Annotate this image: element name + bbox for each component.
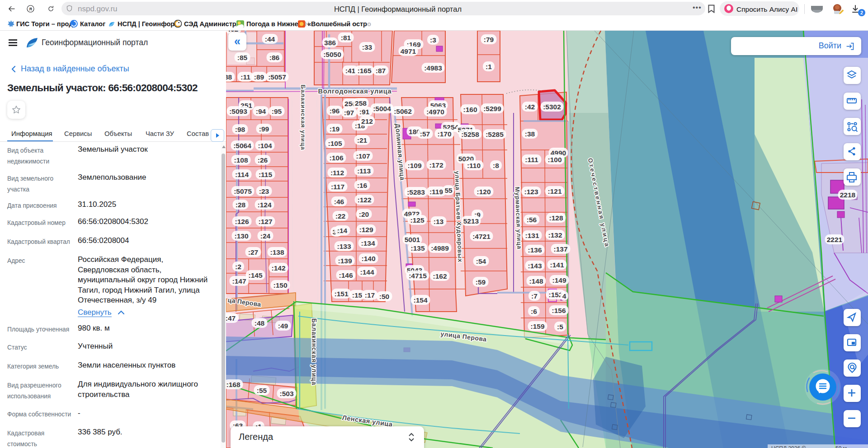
svg-text::33: :33 xyxy=(362,43,373,51)
svg-text::44: :44 xyxy=(265,35,275,43)
svg-text::96: :96 xyxy=(330,107,340,115)
svg-text::47: :47 xyxy=(226,314,236,322)
svg-text::5004: :5004 xyxy=(373,105,391,112)
svg-text::159: :159 xyxy=(530,322,544,330)
svg-text:2218: 2218 xyxy=(840,191,856,199)
svg-text::113: :113 xyxy=(357,167,371,175)
svg-text::91: :91 xyxy=(359,108,370,116)
svg-text::100: :100 xyxy=(547,156,561,163)
svg-text::134: :134 xyxy=(361,239,375,247)
svg-text::172: :172 xyxy=(429,161,443,169)
svg-text::27: :27 xyxy=(248,248,258,256)
svg-text::87: :87 xyxy=(376,67,386,75)
svg-text::20: :20 xyxy=(359,210,369,218)
svg-text::5057: :5057 xyxy=(268,73,286,81)
svg-text::5: :5 xyxy=(557,323,563,331)
svg-text::5093: :5093 xyxy=(229,107,247,115)
svg-text::28: :28 xyxy=(236,201,246,209)
svg-text::15: :15 xyxy=(352,291,363,299)
svg-text::21: :21 xyxy=(357,136,368,144)
svg-text::81: :81 xyxy=(341,34,351,42)
svg-text::13: :13 xyxy=(434,218,444,225)
svg-text::107: :107 xyxy=(356,152,370,160)
svg-text::129: :129 xyxy=(359,226,373,233)
svg-text::112: :112 xyxy=(330,169,344,177)
svg-text::89: :89 xyxy=(254,73,264,81)
svg-text::59: :59 xyxy=(476,278,486,286)
svg-text::160: :160 xyxy=(463,106,477,113)
svg-text::135: :135 xyxy=(410,244,425,252)
svg-text::5283: :5283 xyxy=(407,188,425,196)
svg-text::14: :14 xyxy=(337,227,348,234)
svg-text:212: 212 xyxy=(361,117,373,125)
svg-text::138: :138 xyxy=(270,248,284,256)
svg-text::5062: :5062 xyxy=(394,107,412,115)
svg-text::17: :17 xyxy=(365,291,375,299)
svg-text::142: :142 xyxy=(271,264,285,272)
svg-text::4983: :4983 xyxy=(424,64,442,72)
svg-text::154: :154 xyxy=(413,296,427,304)
svg-text::85: :85 xyxy=(237,54,248,61)
svg-text::144: :144 xyxy=(360,268,374,276)
svg-text::104: :104 xyxy=(258,142,272,149)
svg-text::1: :1 xyxy=(486,63,492,70)
svg-text::54: :54 xyxy=(476,257,486,265)
svg-text::139: :139 xyxy=(338,257,352,265)
svg-text::11: :11 xyxy=(241,73,250,81)
svg-text::46: :46 xyxy=(334,198,344,205)
svg-text::50: :50 xyxy=(379,293,389,300)
svg-text::16: :16 xyxy=(357,182,368,189)
svg-text::137: :137 xyxy=(553,245,567,253)
svg-text::5299: :5299 xyxy=(483,105,501,112)
svg-text::147: :147 xyxy=(232,277,246,285)
svg-text::55: :55 xyxy=(257,387,267,394)
svg-text::156: :156 xyxy=(552,307,566,314)
svg-text::126: :126 xyxy=(235,218,249,225)
svg-text:2221: 2221 xyxy=(827,236,843,243)
svg-text::19: :19 xyxy=(330,125,340,133)
svg-text::5050: :5050 xyxy=(323,51,341,58)
svg-text::123: :123 xyxy=(524,188,538,196)
svg-text::105: :105 xyxy=(328,140,342,147)
svg-text::165: :165 xyxy=(357,67,371,75)
svg-text::26: :26 xyxy=(258,156,268,164)
svg-text::170: :170 xyxy=(437,130,451,138)
svg-text::150: :150 xyxy=(273,281,287,289)
svg-text::4721: :4721 xyxy=(472,233,491,240)
svg-text:5213: 5213 xyxy=(463,217,479,225)
svg-text::125: :125 xyxy=(410,216,424,224)
svg-text::149: :149 xyxy=(552,276,566,284)
svg-text::23: :23 xyxy=(259,187,269,195)
svg-text::162: :162 xyxy=(433,272,447,280)
svg-text::503: :503 xyxy=(279,390,293,397)
svg-text::145: :145 xyxy=(248,271,262,279)
svg-text::86: :86 xyxy=(269,54,280,61)
svg-text::97: :97 xyxy=(344,109,354,117)
svg-text::119: :119 xyxy=(429,188,443,196)
svg-text::143: :143 xyxy=(528,262,542,270)
svg-text::95: :95 xyxy=(272,107,282,115)
svg-text::108: :108 xyxy=(234,156,248,164)
svg-text::148: :148 xyxy=(529,277,543,285)
svg-text:Балакинская улица: Балакинская улица xyxy=(300,84,307,150)
svg-text::128: :128 xyxy=(549,214,563,222)
svg-text::109: :109 xyxy=(407,162,421,169)
svg-text::56: :56 xyxy=(527,216,537,224)
svg-text::140: :140 xyxy=(361,255,375,262)
svg-text::79: :79 xyxy=(484,36,494,43)
svg-text:386: 386 xyxy=(324,39,336,47)
svg-text:Волгодонская улица: Волгодонская улица xyxy=(318,88,392,95)
svg-text:Балакинская улица: Балакинская улица xyxy=(311,318,318,386)
svg-text::6: :6 xyxy=(531,308,537,315)
svg-text::42: :42 xyxy=(525,103,535,111)
svg-text::22: :22 xyxy=(335,212,345,220)
svg-text::115: :115 xyxy=(259,171,273,178)
svg-text::41: :41 xyxy=(345,67,356,75)
svg-text::136: :136 xyxy=(528,246,542,254)
svg-text::5302: :5302 xyxy=(543,103,561,111)
svg-text::5258: :5258 xyxy=(461,131,479,138)
svg-text::38: :38 xyxy=(525,130,535,138)
svg-text::4970: :4970 xyxy=(426,108,444,116)
svg-text::122: :122 xyxy=(357,196,371,204)
svg-text::98: :98 xyxy=(235,126,245,133)
